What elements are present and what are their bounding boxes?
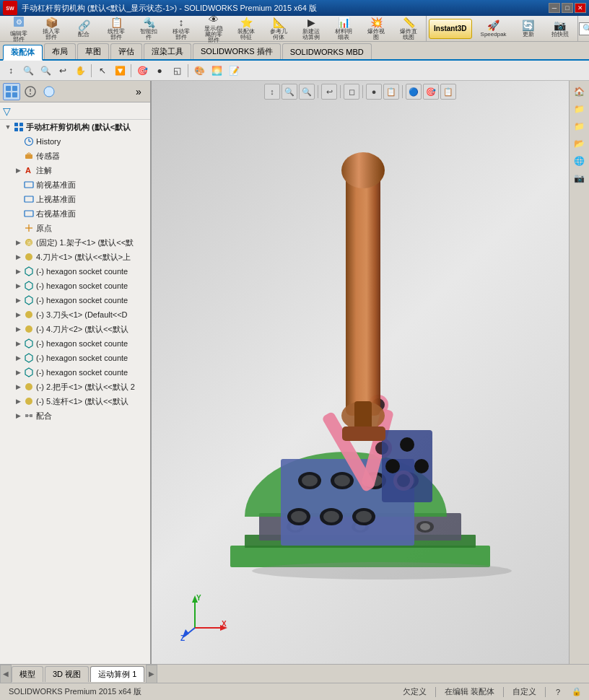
status-help-button[interactable]: ? (551, 686, 564, 699)
move-part-label: 移动零部件 (173, 29, 190, 40)
tree-hex5[interactable]: ▶ (-) hexagon socket counte (0, 351, 150, 365)
pan-button[interactable]: ✋ (72, 63, 88, 79)
tree-handle[interactable]: ▶ (-) 2.把手<1> (默认<<默认 2 (0, 380, 150, 394)
instant3d-button[interactable]: Instant3D (429, 19, 472, 39)
expand-icon-handle[interactable]: ▶ (13, 382, 23, 392)
tab-solidworks-mbd[interactable]: SOLIDWORKS MBD (282, 43, 372, 59)
tree-blade2[interactable]: ▶ (-) 4.刀片<2> (默认<<默认 (0, 322, 150, 336)
scene-button[interactable]: 🌅 (209, 63, 224, 79)
render-tool-button[interactable]: 🎨 (191, 63, 207, 79)
annotation-button[interactable]: 📝 (226, 63, 242, 79)
minimize-button[interactable]: ─ (549, 3, 560, 13)
explode-line-button[interactable]: 📏 爆炸直线图 (393, 17, 424, 40)
expand-icon-hex5[interactable]: ▶ (13, 353, 23, 363)
scroll-left-button[interactable]: ◀ (0, 665, 12, 683)
tab-evaluate[interactable]: 评估 (110, 43, 142, 59)
tree-link[interactable]: ▶ (-) 5.连杆<1> (默认<<默认 (0, 394, 150, 408)
expand-icon-mate[interactable]: ▶ (13, 411, 23, 421)
tab-model[interactable]: 模型 (12, 666, 43, 682)
tree-front-plane[interactable]: 前视基准面 (0, 178, 150, 192)
tree-hex3[interactable]: ▶ (-) hexagon socket counte (0, 293, 150, 307)
expand-icon-hex6[interactable]: ▶ (13, 367, 23, 377)
tree-hex2[interactable]: ▶ (-) hexagon socket counte (0, 279, 150, 293)
tree-mate[interactable]: ▶ 配合 (0, 408, 150, 423)
tree-right-plane[interactable]: 右视基准面 (0, 206, 150, 221)
expand-icon-knife-head[interactable]: ▶ (13, 310, 23, 320)
speedpak-button[interactable]: 🚀 Speedpak (475, 17, 512, 40)
expand-icon-hex1[interactable]: ▶ (13, 266, 23, 276)
display-hidden-button[interactable]: 👁 显示/隐藏的零部件 (198, 17, 230, 40)
assembly-button[interactable]: 🔗 配合 (68, 17, 100, 40)
materials-button[interactable]: 📊 材料明细表 (328, 17, 359, 40)
scroll-right-button[interactable]: ▶ (146, 665, 157, 683)
status-lock-button[interactable]: 🔒 (570, 686, 583, 699)
expand-icon-hex2[interactable]: ▶ (13, 281, 23, 291)
explode-view-button[interactable]: 💥 爆炸视图 (360, 17, 392, 40)
view-camera-button[interactable]: 📷 (572, 170, 588, 186)
view-folder1-button[interactable]: 📁 (572, 101, 588, 117)
select-button[interactable]: ↖ (95, 63, 110, 79)
display-button[interactable]: ● (152, 63, 167, 79)
feature-tree[interactable]: ▼ 手动杠杆剪切机构 (默认<默认 (0, 120, 150, 664)
view-folder2-button[interactable]: 📁 (572, 118, 588, 134)
maximize-button[interactable]: □ (562, 3, 573, 13)
expand-icon-blade2[interactable]: ▶ (13, 324, 23, 334)
tree-top-plane[interactable]: 上视基准面 (0, 192, 150, 206)
close-button[interactable]: ✕ (575, 3, 586, 13)
tree-history[interactable]: History (0, 134, 150, 149)
reference-geo-button[interactable]: 📐 参考几何体 (263, 17, 294, 40)
smart-fastener-button[interactable]: 🔩 智能扣件 (133, 17, 165, 40)
panel-icons: » (0, 81, 150, 102)
tab-render[interactable]: 渲染工具 (144, 43, 191, 59)
tab-3d-view[interactable]: 3D 视图 (45, 666, 89, 682)
tab-assembly[interactable]: 装配体 (3, 45, 43, 61)
rotate-button[interactable]: ↩ (55, 63, 71, 79)
view-folder3-button[interactable]: 📂 (572, 136, 588, 152)
search-bar[interactable]: 🔍 (579, 22, 589, 35)
expand-icon-annotation[interactable]: ▶ (13, 165, 23, 175)
status-version: SOLIDWORKS Premium 2015 x64 版 (6, 686, 144, 697)
tree-hex6[interactable]: ▶ (-) hexagon socket counte (0, 365, 150, 380)
tree-blade1[interactable]: ▶ 4.刀片<1> (默认<<默认>上 (0, 250, 150, 264)
expand-icon[interactable]: ▼ (3, 122, 13, 132)
view-home-button[interactable]: 🏠 (572, 84, 588, 100)
assembly-feature-button[interactable]: ⭐ 装配体特征 (230, 17, 262, 40)
section-view-button[interactable]: ◱ (169, 63, 185, 79)
feature-tree-button[interactable] (3, 83, 20, 100)
new-motion-button[interactable]: ▶ 新建运动算例 (295, 17, 327, 40)
tree-origin[interactable]: 原点 (0, 221, 150, 235)
expand-icon-hex3[interactable]: ▶ (13, 295, 23, 305)
snapshot-button[interactable]: 📷 拍快照 (544, 17, 576, 40)
filter-button[interactable]: 🔽 (112, 63, 128, 79)
property-button[interactable] (22, 83, 39, 100)
expand-panel-button[interactable]: » (130, 83, 147, 100)
viewport[interactable]: ↕ 🔍 🔍 ↩ ◻ ● 📋 🔵 🎯 📋 (152, 81, 569, 664)
tab-sketch[interactable]: 草图 (77, 43, 109, 59)
tree-sensor[interactable]: 传感器 (0, 149, 150, 163)
linear-part-button[interactable]: 📋 线性零部件 (100, 17, 132, 40)
expand-icon-hex4[interactable]: ▶ (13, 338, 23, 349)
update-button[interactable]: 🔄 更新 (515, 17, 541, 40)
tab-motion1[interactable]: 运动算例 1 (90, 666, 144, 682)
zoom-out-button[interactable]: 🔍 (38, 63, 53, 79)
zoom-to-fit-button[interactable]: ↕ (3, 63, 19, 79)
svg-point-9 (44, 87, 54, 97)
tree-hex1[interactable]: ▶ (-) hexagon socket counte (0, 264, 150, 279)
edit-part-button[interactable]: ⚙ 编辑零部件 (3, 17, 35, 40)
expand-icon-link[interactable]: ▶ (13, 396, 23, 406)
zoom-in-button[interactable]: 🔍 (20, 63, 36, 79)
config-button[interactable] (40, 83, 58, 100)
tree-knife-head[interactable]: ▶ (-) 3.刀头<1> (Default<<D (0, 307, 150, 322)
view-orient-button[interactable]: 🎯 (134, 63, 150, 79)
expand-icon-frame[interactable]: ▶ (13, 237, 23, 248)
tab-layout[interactable]: 布局 (44, 43, 76, 59)
tab-solidworks-plugins[interactable]: SOLIDWORKS 插件 (193, 43, 281, 59)
view-globe-button[interactable]: 🌐 (572, 153, 588, 169)
insert-part-button[interactable]: 📦 插入零部件 (35, 17, 67, 40)
tree-root[interactable]: ▼ 手动杠杆剪切机构 (默认<默认 (0, 120, 150, 134)
tree-annotation[interactable]: ▶ A 注解 (0, 163, 150, 178)
tree-hex4[interactable]: ▶ (-) hexagon socket counte (0, 336, 150, 351)
tree-frame[interactable]: ▶ 固 (固定) 1.架子<1> (默认<<默 (0, 235, 150, 250)
expand-icon-blade1[interactable]: ▶ (13, 252, 23, 262)
move-part-button[interactable]: ↕ 移动零部件 (165, 17, 197, 40)
